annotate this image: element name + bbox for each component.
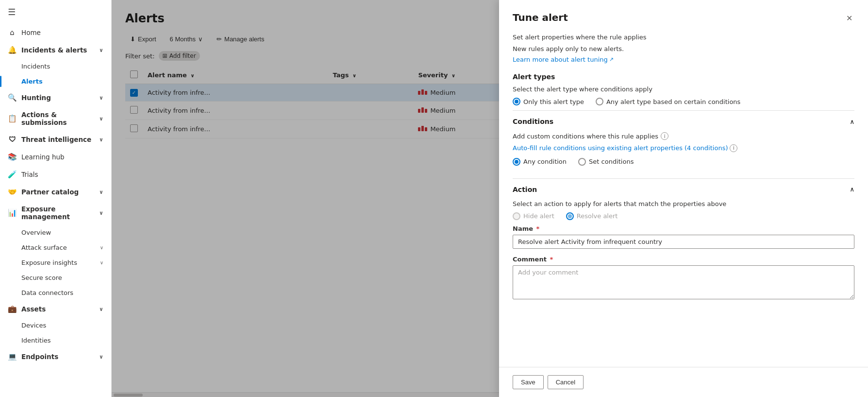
sidebar-item-trials[interactable]: 🧪 Trials: [0, 166, 111, 183]
required-star: *: [536, 225, 540, 232]
sidebar-item-label: Actions & submissions: [21, 111, 94, 126]
sidebar-sub-label: Attack surface: [21, 244, 67, 251]
learn-more-link[interactable]: Learn more about alert tuning ↗: [513, 56, 614, 63]
chevron-down-icon: ∨: [99, 354, 103, 360]
panel-title: Tune alert: [513, 12, 568, 23]
radio-label: Any alert type based on certain conditio…: [606, 98, 740, 105]
sidebar-item-actions-submissions[interactable]: 📋 Actions & submissions ∨: [0, 106, 111, 131]
chevron-right-icon: ∨: [100, 245, 103, 250]
cancel-button[interactable]: Cancel: [548, 375, 584, 389]
action-radio-group: Hide alert Resolve alert: [513, 212, 854, 220]
sidebar-item-incidents[interactable]: Incidents: [0, 59, 111, 74]
sidebar-item-threat-intelligence[interactable]: 🛡 Threat intelligence ∨: [0, 131, 111, 148]
sidebar-item-label: Endpoints: [21, 353, 94, 361]
name-label: Name *: [513, 225, 854, 232]
actions-icon: 📋: [8, 114, 17, 123]
home-icon: ⌂: [8, 28, 17, 37]
tune-panel: Tune alert ✕ Set alert properties where …: [499, 0, 868, 397]
alert-types-section: Alert types Select the alert type where …: [513, 73, 854, 105]
panel-body: Set alert properties where the rule appl…: [499, 33, 868, 367]
sidebar-item-label: Assets: [21, 305, 94, 313]
radio-hide-alert[interactable]: Hide alert: [513, 212, 554, 220]
auto-fill-link[interactable]: Auto-fill rule conditions using existing…: [513, 144, 737, 152]
sidebar-item-learning-hub[interactable]: 📚 Learning hub: [0, 148, 111, 166]
sidebar-item-hunting[interactable]: 🔍 Hunting ∨: [0, 89, 111, 106]
sidebar-item-assets[interactable]: 💼 Assets ∨: [0, 300, 111, 318]
panel-footer: Save Cancel: [499, 367, 868, 397]
radio-resolve-alert[interactable]: Resolve alert: [566, 212, 618, 220]
chevron-down-icon: ∨: [99, 189, 103, 195]
sidebar-item-label: Home: [21, 29, 103, 36]
partner-icon: 🤝: [8, 188, 17, 196]
action-subtitle: Select an action to apply for alerts tha…: [513, 200, 854, 207]
sidebar-sub-label: Alerts: [21, 78, 43, 85]
radio-only-this-type[interactable]: Only this alert type: [513, 98, 584, 105]
save-button[interactable]: Save: [513, 375, 544, 389]
panel-close-button[interactable]: ✕: [844, 12, 854, 25]
sidebar-sub-label: Secure score: [21, 274, 62, 281]
sidebar-item-label: Learning hub: [21, 153, 103, 161]
assets-icon: 💼: [8, 305, 17, 313]
radio-any-condition[interactable]: Any condition: [513, 158, 567, 166]
name-input[interactable]: [513, 235, 854, 249]
sidebar-item-label: Partner catalog: [21, 188, 94, 196]
auto-fill-label: Auto-fill rule conditions using existing…: [513, 144, 728, 152]
sidebar: ☰ ⌂ Home 🔔 Incidents & alerts ∨ Incident…: [0, 0, 112, 397]
info-icon-2[interactable]: i: [730, 144, 737, 152]
sidebar-sub-label: Exposure insights: [21, 259, 77, 266]
sidebar-item-exposure-management[interactable]: 📊 Exposure management ∨: [0, 201, 111, 225]
sidebar-item-partner-catalog[interactable]: 🤝 Partner catalog ∨: [0, 183, 111, 201]
sidebar-sub-label: Overview: [21, 229, 51, 236]
sidebar-item-endpoints[interactable]: 💻 Endpoints ∨: [0, 348, 111, 365]
sidebar-item-secure-score[interactable]: Secure score: [0, 270, 111, 285]
chevron-right-icon: ∨: [100, 260, 103, 265]
trials-icon: 🧪: [8, 170, 17, 179]
sidebar-item-home[interactable]: ⌂ Home: [0, 24, 111, 41]
radio-label: Hide alert: [523, 212, 554, 220]
sidebar-sub-label: Data connectors: [21, 289, 73, 296]
hamburger-icon[interactable]: ☰: [0, 0, 111, 24]
sidebar-item-alerts[interactable]: Alerts: [0, 74, 111, 89]
panel-desc-line2: New rules apply only to new alerts.: [513, 44, 854, 54]
chevron-down-icon: ∨: [99, 137, 103, 143]
radio-label: Only this alert type: [523, 98, 584, 105]
sidebar-item-data-connectors[interactable]: Data connectors: [0, 285, 111, 300]
radio-label: Resolve alert: [577, 212, 618, 220]
sidebar-item-devices[interactable]: Devices: [0, 318, 111, 333]
alert-types-subtitle: Select the alert type where conditions a…: [513, 86, 854, 93]
chevron-down-icon: ∨: [99, 47, 103, 53]
radio-selected-icon: [513, 158, 520, 166]
sidebar-item-identities[interactable]: Identities: [0, 333, 111, 348]
alert-types-radio-group: Only this alert type Any alert type base…: [513, 98, 854, 105]
action-content: Select an action to apply for alerts tha…: [513, 200, 854, 315]
endpoints-icon: 💻: [8, 352, 17, 361]
radio-unselected-icon: [578, 158, 586, 166]
conditions-title: Conditions: [513, 118, 553, 125]
condition-desc: Add custom conditions where this rule ap…: [513, 132, 854, 140]
comment-label: Comment *: [513, 256, 854, 263]
shield-icon: 🛡: [8, 135, 17, 144]
radio-selected-icon: [513, 98, 520, 105]
chevron-down-icon: ∨: [99, 210, 103, 216]
sidebar-item-attack-surface[interactable]: Attack surface ∨: [0, 240, 111, 255]
sidebar-item-label: Exposure management: [21, 205, 94, 221]
sidebar-item-incidents-alerts[interactable]: 🔔 Incidents & alerts ∨: [0, 41, 111, 59]
chevron-up-icon: ∧: [850, 186, 854, 193]
sidebar-item-exposure-insights[interactable]: Exposure insights ∨: [0, 255, 111, 270]
hunting-icon: 🔍: [8, 93, 17, 102]
comment-field: Comment *: [513, 256, 854, 301]
conditions-section-header[interactable]: Conditions ∧: [513, 110, 854, 132]
alert-types-title: Alert types: [513, 73, 854, 81]
radio-any-type[interactable]: Any alert type based on certain conditio…: [596, 98, 740, 105]
sidebar-item-overview[interactable]: Overview: [0, 225, 111, 240]
action-section-header[interactable]: Action ∧: [513, 178, 854, 200]
bell-icon: 🔔: [8, 46, 17, 54]
name-field: Name *: [513, 225, 854, 249]
radio-disabled-icon: [513, 212, 520, 220]
radio-set-conditions[interactable]: Set conditions: [578, 158, 634, 166]
radio-label: Any condition: [523, 158, 567, 165]
sidebar-item-label: Incidents & alerts: [21, 46, 94, 54]
comment-textarea[interactable]: [513, 265, 854, 299]
info-icon[interactable]: i: [661, 132, 668, 140]
learn-more-label: Learn more about alert tuning: [513, 56, 608, 63]
